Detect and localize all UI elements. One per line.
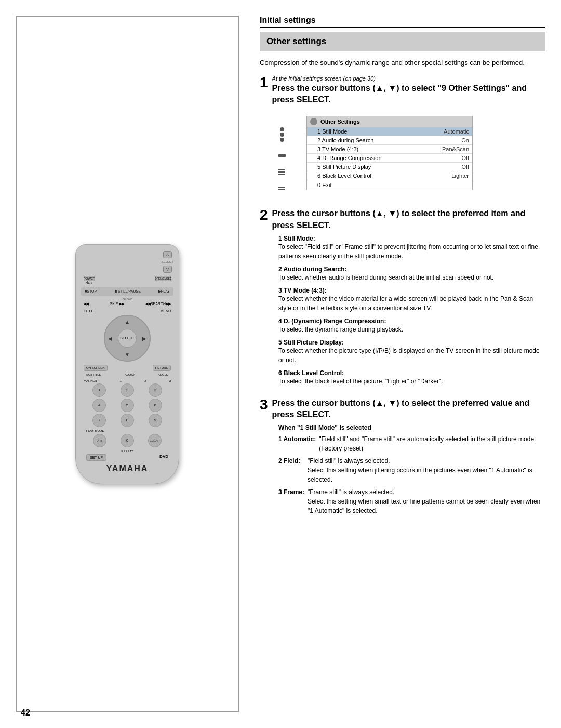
nav-circle: ▲ ▼ ◀ ▶ SELECT bbox=[104, 315, 151, 362]
marker-label: MARKER bbox=[84, 379, 97, 382]
select-btn[interactable]: SELECT bbox=[118, 329, 137, 348]
settings-table-outer: Other Settings 1 Still Mode Automatic 2 … bbox=[278, 111, 545, 195]
angle-label: ANGLE bbox=[158, 373, 168, 376]
step-1: 1 At the initial settings screen (on pag… bbox=[260, 75, 545, 201]
detail-item-6: 6 Black Level Control: To select the bla… bbox=[278, 369, 545, 386]
nav-down[interactable]: ▼ bbox=[125, 352, 130, 358]
up-arrow-btn[interactable]: △ bbox=[163, 251, 172, 258]
down-arrow-btn[interactable]: ▽ bbox=[163, 266, 172, 273]
num-btn-7[interactable]: 7 bbox=[92, 414, 106, 427]
step-3-main: Press the cursor buttons (▲, ▼) to selec… bbox=[272, 398, 545, 421]
when-selected-label: When "1 Still Mode" is selected bbox=[278, 424, 545, 431]
step-3: 3 Press the cursor buttons (▲, ▼) to sel… bbox=[260, 398, 545, 519]
settings-row-2: 2 Audio during Search On bbox=[307, 136, 472, 145]
step-1-main: Press the cursor buttons (▲, ▼) to selec… bbox=[272, 83, 545, 106]
page-number: 42 bbox=[21, 708, 30, 718]
num-btn-clear[interactable]: CLEAR bbox=[148, 434, 162, 447]
step-2-details: 1 Still Mode: To select "Field still" or… bbox=[278, 234, 545, 386]
initial-settings-title: Initial settings bbox=[260, 16, 545, 28]
num2-top: 2 bbox=[144, 379, 146, 382]
settings-row-5: 5 Still Picture Display Off bbox=[307, 163, 472, 171]
yamaha-logo: YAMAHA bbox=[81, 464, 173, 473]
dvd-label: DVD bbox=[159, 454, 168, 461]
num-btn-0[interactable]: 0 bbox=[121, 434, 134, 447]
detail-item-2: 2 Audio during Search: To select whether… bbox=[278, 265, 545, 282]
value-item-1: 1 Automatic: "Field still" and "Frame st… bbox=[278, 434, 545, 453]
num-btn-3[interactable]: 3 bbox=[149, 383, 162, 397]
settings-row-1: 1 Still Mode Automatic bbox=[307, 127, 472, 136]
audio-label: AUDIO bbox=[125, 373, 135, 376]
num-btn-2[interactable]: 2 bbox=[121, 383, 134, 397]
fwd-btn[interactable]: ◀◀SEARCH▶▶ bbox=[145, 302, 171, 306]
open-close-btn[interactable]: OPEN/CLOSE bbox=[155, 276, 171, 281]
num-btn-6[interactable]: 6 bbox=[149, 399, 162, 412]
rew-btn[interactable]: ◀◀ bbox=[84, 302, 89, 306]
num-btn-ab[interactable]: A-B bbox=[93, 434, 106, 447]
left-panel: △ SELECT ▽ POWER ⏻/1 OPEN/CLOSE bbox=[16, 16, 239, 712]
icons-strip bbox=[278, 111, 286, 195]
num3-top: 3 bbox=[169, 379, 171, 382]
intro-text: Compression of the sound's dynamic range… bbox=[260, 58, 545, 68]
slow-label: SLOW bbox=[81, 298, 173, 301]
power-label: ⏻/1 bbox=[86, 281, 92, 284]
nav-left[interactable]: ◀ bbox=[108, 335, 112, 341]
settings-exit: 0 Exit bbox=[307, 180, 472, 190]
still-pause-btn[interactable]: ⏸STILL/PAUSE bbox=[113, 289, 142, 294]
return-btn[interactable]: RETURN bbox=[153, 365, 171, 371]
num-btn-1[interactable]: 1 bbox=[92, 383, 106, 397]
table-icon bbox=[310, 118, 317, 125]
skip-label: SKIP ▶▶ bbox=[110, 302, 125, 306]
repeat-label: REPEAT bbox=[81, 449, 173, 453]
play-mode-label: PLAY MODE bbox=[86, 429, 104, 432]
stop-btn[interactable]: ■STOP bbox=[84, 289, 98, 294]
settings-table-header: Other Settings bbox=[307, 116, 472, 127]
detail-item-1: 1 Still Mode: To select "Field still" or… bbox=[278, 234, 545, 261]
num-btn-5[interactable]: 5 bbox=[121, 399, 134, 412]
value-item-2: 2 Field: "Field still" is always selecte… bbox=[278, 456, 545, 484]
select-label: SELECT bbox=[162, 260, 173, 263]
step-1-num: 1 bbox=[260, 75, 268, 90]
num-btn-9[interactable]: 9 bbox=[149, 414, 162, 427]
step-2: 2 Press the cursor buttons (▲, ▼) to sel… bbox=[260, 208, 545, 390]
detail-item-4: 4 D. (Dynamic) Range Compression: To sel… bbox=[278, 317, 545, 334]
step-3-details: When "1 Still Mode" is selected 1 Automa… bbox=[278, 424, 545, 515]
on-screen-btn[interactable]: ON SCREEN bbox=[84, 365, 108, 371]
step-2-num: 2 bbox=[260, 208, 268, 222]
step-1-sub: At the initial settings screen (on page … bbox=[272, 75, 545, 82]
step-3-num: 3 bbox=[260, 398, 268, 412]
num-btn-4[interactable]: 4 bbox=[92, 399, 106, 412]
setup-btn[interactable]: SET UP bbox=[86, 454, 106, 461]
nav-right[interactable]: ▶ bbox=[142, 335, 146, 341]
settings-row-4: 4 D. Range Compression Off bbox=[307, 154, 472, 163]
settings-row-3: 3 TV Mode (4:3) Pan&Scan bbox=[307, 145, 472, 154]
menu-label: MENU bbox=[160, 309, 171, 313]
step-2-main: Press the cursor buttons (▲, ▼) to selec… bbox=[272, 208, 545, 231]
value-item-3: 3 Frame: "Frame still" is always selecte… bbox=[278, 487, 545, 515]
subtitle-label: SUBTITLE bbox=[86, 373, 101, 376]
settings-table: Other Settings 1 Still Mode Automatic 2 … bbox=[306, 116, 473, 190]
play-btn[interactable]: ▶PLAY bbox=[157, 289, 171, 294]
remote-control: △ SELECT ▽ POWER ⏻/1 OPEN/CLOSE bbox=[75, 244, 179, 484]
nav-up[interactable]: ▲ bbox=[125, 319, 130, 325]
detail-item-5: 5 Still Picture Display: To select wheth… bbox=[278, 338, 545, 365]
title-label: TITLE bbox=[84, 309, 94, 313]
right-panel: Initial settings Other settings Compress… bbox=[239, 16, 545, 712]
detail-item-3: 3 TV Mode (4:3): To select whether the v… bbox=[278, 286, 545, 313]
settings-table-body: 1 Still Mode Automatic 2 Audio during Se… bbox=[307, 127, 472, 190]
other-settings-header: Other settings bbox=[260, 32, 545, 51]
num-btn-8[interactable]: 8 bbox=[121, 414, 134, 427]
settings-table-title: Other Settings bbox=[320, 118, 360, 125]
settings-row-6: 6 Black Level Control Lighter bbox=[307, 171, 472, 180]
num1-top: 1 bbox=[120, 379, 122, 382]
power-btn[interactable]: POWER bbox=[84, 276, 95, 281]
